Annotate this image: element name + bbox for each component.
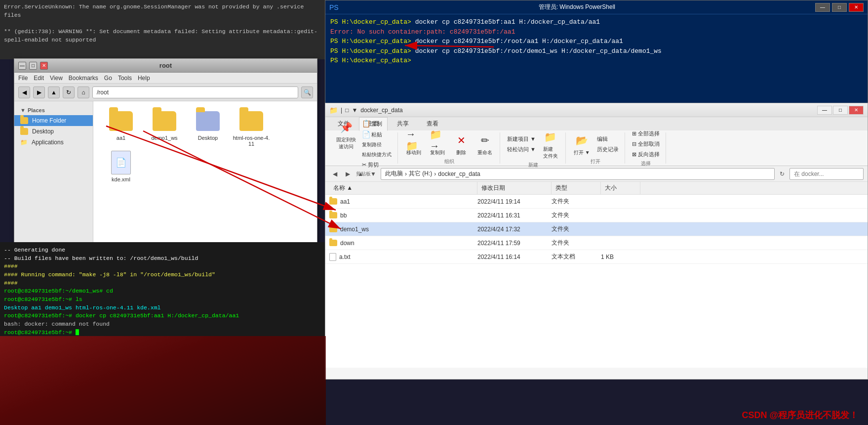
- explorer-search-input[interactable]: [789, 168, 864, 180]
- new-folder-icon: 📁: [543, 129, 558, 145]
- file-item-kde[interactable]: 📄 kde.xml: [101, 151, 141, 182]
- back-btn[interactable]: ◀: [18, 86, 30, 98]
- col-header-name[interactable]: 名称 ▲: [329, 182, 477, 194]
- ps-close-btn[interactable]: ✕: [849, 3, 864, 12]
- home-btn[interactable]: ⌂: [78, 86, 89, 98]
- explorer-forward-btn[interactable]: ▶: [342, 169, 353, 179]
- title-separator-3: ▼: [352, 107, 357, 114]
- ribbon-edit-btn[interactable]: 编辑: [595, 134, 621, 144]
- ribbon-move-btn[interactable]: →📁 移动到: [403, 131, 425, 157]
- menu-bookmarks[interactable]: Bookmarks: [69, 75, 98, 82]
- menu-file[interactable]: File: [18, 75, 28, 82]
- nautilus-close-btn[interactable]: ✕: [40, 62, 48, 70]
- folder-nav-icon: 📁: [329, 106, 338, 114]
- col-header-size[interactable]: 大小: [601, 182, 640, 194]
- address-text: /root: [97, 89, 109, 96]
- menu-tools[interactable]: Tools: [118, 75, 132, 82]
- ps-maximize-btn[interactable]: □: [832, 3, 847, 12]
- select-btns: ⊞ 全部选择 ⊟ 全部取消 ⊠ 反向选择: [630, 129, 662, 159]
- explorer-up-btn[interactable]: ▲: [355, 169, 366, 179]
- file-item-desktop[interactable]: Desktop: [188, 109, 228, 147]
- ribbon-easy-access-btn[interactable]: 轻松访问 ▼: [505, 145, 538, 154]
- explorer-minimize-btn[interactable]: —: [817, 106, 832, 115]
- menu-help[interactable]: Help: [138, 75, 150, 82]
- file-row-down[interactable]: down 2022/4/11 17:59 文件夹: [325, 236, 868, 250]
- col-header-date[interactable]: 修改日期: [477, 182, 552, 194]
- invert-label: 反向选择: [638, 151, 660, 158]
- sidebar-applications-label: Applications: [32, 139, 64, 146]
- term-line-hash2: ####: [4, 280, 18, 286]
- kde-file-icon: 📄: [111, 151, 131, 174]
- breadcrumb-bar[interactable]: 此电脑 › 其它 (H:) › docker_cp_data: [381, 168, 775, 180]
- powershell-window: PS 管理员: Windows PowerShell — □ ✕ PS H:\d…: [325, 0, 868, 104]
- rename-icon: ✏: [477, 132, 493, 148]
- sidebar-item-home[interactable]: Home Folder: [14, 115, 93, 126]
- ribbon-paste-btn[interactable]: 📄 粘贴: [360, 129, 394, 139]
- search-btn[interactable]: 🔍: [301, 86, 313, 98]
- term-line-not-found: bash: docker: command not found: [4, 321, 110, 327]
- organize-label: 组织: [444, 158, 454, 165]
- open-label: 打开 ▼: [574, 149, 590, 156]
- applications-icon: 📁: [20, 139, 28, 146]
- address-bar[interactable]: /root: [92, 86, 298, 98]
- copy-paste-btns: 📋 复制 📄 粘贴 复制路径 粘贴快捷方式 ✂ 剪切: [360, 119, 394, 170]
- breadcrumb-pc: 此电脑: [385, 170, 403, 178]
- powershell-titlebar: PS 管理员: Windows PowerShell — □ ✕: [325, 0, 868, 14]
- error-line-1: Error.ServiceUnknown: The name org.gnome…: [4, 3, 304, 18]
- paste-shortcut-label: 粘贴快捷方式: [362, 151, 392, 158]
- aa1-label: aa1: [117, 135, 125, 141]
- file-item-aa1[interactable]: aa1: [101, 109, 141, 147]
- htmlros-icon: [239, 109, 263, 133]
- explorer-refresh-btn[interactable]: ↻: [777, 169, 788, 179]
- ribbon-history-btn[interactable]: 历史记录: [595, 145, 621, 154]
- ribbon-copy-btn[interactable]: 📋 复制: [360, 119, 394, 128]
- file-row-aa1[interactable]: aa1 2022/4/11 19:14 文件夹: [325, 195, 868, 209]
- ribbon-delete-btn[interactable]: ✕ 删除: [450, 131, 472, 157]
- sidebar-item-applications[interactable]: 📁 Applications: [14, 137, 93, 148]
- file-row-bb[interactable]: bb 2022/4/11 16:31 文件夹: [325, 209, 868, 222]
- ps-prompt-1: PS H:\docker_cp_data>: [330, 18, 411, 26]
- ribbon-pin-btn[interactable]: 📌 固定到快速访问: [333, 119, 359, 151]
- ribbon-open-btn[interactable]: 📂 打开 ▼: [571, 131, 593, 157]
- term-line-generating: -- Generating done: [4, 247, 65, 253]
- open-icon: 📂: [574, 132, 590, 148]
- ribbon-paste-shortcut-btn[interactable]: 粘贴快捷方式: [360, 150, 394, 159]
- ribbon-deselect-btn[interactable]: ⊟ 全部取消: [630, 139, 662, 149]
- reload-btn[interactable]: ↻: [63, 86, 75, 98]
- demo1ws-folder-icon: [153, 111, 176, 131]
- select-all-icon: ⊞: [632, 130, 636, 137]
- new-btns: 新建项目 ▼ 轻松访问 ▼ 📁 新建文件夹: [505, 128, 561, 161]
- file-item-demo1ws[interactable]: demo1_ws: [145, 109, 184, 147]
- ribbon-copyto-btn[interactable]: 📁→ 复制到: [427, 131, 448, 157]
- ribbon-new-folder-btn[interactable]: 📁 新建文件夹: [540, 128, 561, 161]
- ribbon-new-item-btn[interactable]: 新建项目 ▼: [505, 134, 538, 144]
- up-btn[interactable]: ▲: [48, 86, 60, 98]
- col-header-type[interactable]: 类型: [552, 182, 601, 194]
- ribbon-copy-path-btn[interactable]: 复制路径: [360, 140, 394, 149]
- file-row-demo1ws[interactable]: demo1_ws 2022/4/24 17:32 文件夹: [325, 222, 868, 236]
- move-label: 移动到: [406, 149, 421, 156]
- file-item-htmlros[interactable]: html-ros-one-4.11: [232, 109, 271, 147]
- explorer-recent-btn[interactable]: ▼: [368, 169, 379, 179]
- ribbon-rename-btn[interactable]: ✏ 重命名: [474, 131, 496, 157]
- open-group-label: 打开: [591, 158, 600, 165]
- ribbon-group-new: 新建项目 ▼ 轻松访问 ▼ 📁 新建文件夹 新建: [501, 132, 566, 164]
- title-separator-1: |: [341, 107, 342, 114]
- explorer-maximize-btn[interactable]: □: [833, 106, 848, 115]
- new-item-btns: 新建项目 ▼ 轻松访问 ▼: [505, 134, 538, 154]
- menu-go[interactable]: Go: [104, 75, 112, 82]
- ribbon-invert-btn[interactable]: ⊠ 反向选择: [630, 150, 662, 159]
- nautilus-menubar: File Edit View Bookmarks Go Tools Help: [14, 73, 317, 84]
- forward-btn[interactable]: ▶: [33, 86, 45, 98]
- ribbon-content: 📌 固定到快速访问 📋 复制 📄 粘贴 复制路径: [325, 130, 868, 166]
- sidebar-item-desktop[interactable]: Desktop: [14, 126, 93, 137]
- nautilus-maximize-btn[interactable]: □: [29, 62, 37, 70]
- file-row-atxt[interactable]: a.txt 2022/4/11 16:14 文本文档 1 KB: [325, 250, 868, 264]
- menu-view[interactable]: View: [50, 75, 63, 82]
- explorer-close-btn[interactable]: ✕: [849, 106, 864, 115]
- menu-edit[interactable]: Edit: [34, 75, 44, 82]
- explorer-back-btn[interactable]: ◀: [329, 169, 340, 179]
- nautilus-minimize-btn[interactable]: —: [18, 62, 26, 70]
- ps-minimize-btn[interactable]: —: [815, 3, 830, 12]
- ribbon-select-all-btn[interactable]: ⊞ 全部选择: [630, 129, 662, 138]
